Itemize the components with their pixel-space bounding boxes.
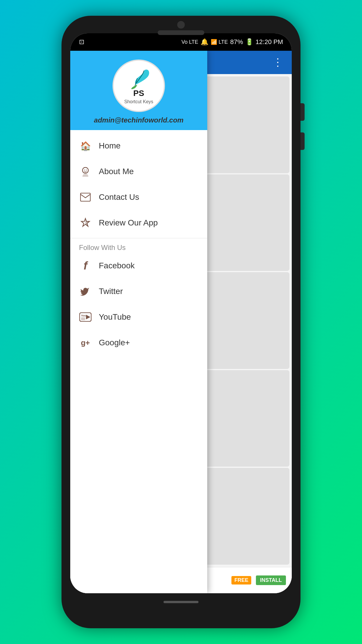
svg-rect-6: [81, 317, 85, 320]
nav-item-facebook[interactable]: f Facebook: [70, 253, 207, 279]
svg-rect-3: [80, 193, 90, 201]
star-icon: [79, 216, 92, 229]
nav-label-about: About Me: [99, 167, 134, 176]
svg-text:You: You: [81, 314, 86, 317]
nav-item-review[interactable]: Review Our App: [70, 210, 207, 236]
time: 12:20 PM: [256, 38, 283, 46]
person-icon: [79, 165, 92, 178]
youtube-icon: You: [79, 311, 92, 323]
svg-point-1: [84, 170, 85, 171]
status-bar: ⊡ Vo LTE 🔔 📶 LTE 87% 🔋 12:20 PM: [70, 33, 292, 51]
envelope-icon: [79, 191, 92, 204]
nav-label-twitter: Twitter: [99, 287, 123, 296]
status-right: Vo LTE 🔔 📶 LTE 87% 🔋 12:20 PM: [181, 38, 283, 46]
googleplus-icon: g+: [79, 336, 92, 349]
nav-item-googleplus[interactable]: g+ Google+: [70, 330, 207, 356]
ad-install-button[interactable]: INSTALL: [256, 575, 286, 585]
drawer-nav: 🏠 Home: [70, 130, 207, 593]
ad-free-badge: FREE: [231, 576, 251, 584]
app-logo: PS Shortcut Keys: [113, 60, 165, 112]
battery-percent: 87%: [230, 38, 243, 46]
facebook-icon: f: [79, 259, 92, 272]
drawer-header: PS Shortcut Keys admin@techinfoworld.com: [70, 51, 207, 130]
notification-icon: 🔔: [201, 38, 208, 46]
drawer-email: admin@techinfoworld.com: [94, 116, 183, 124]
nav-label-contact: Contact Us: [99, 192, 139, 202]
twitter-icon: [79, 285, 92, 298]
svg-point-2: [86, 170, 87, 171]
nav-label-googleplus: Google+: [99, 338, 130, 347]
battery-icon: 🔋: [245, 38, 253, 46]
nav-label-review: Review Our App: [99, 218, 158, 228]
feather-icon: [127, 67, 150, 90]
signal-text: Vo LTE: [181, 39, 198, 45]
signal-bars: 📶 LTE: [211, 39, 228, 45]
nav-label-facebook: Facebook: [99, 261, 135, 270]
status-left-icon: ⊡: [79, 38, 84, 46]
nav-item-twitter[interactable]: Twitter: [70, 279, 207, 304]
menu-dots-icon[interactable]: ⋮: [273, 56, 283, 69]
home-icon: 🏠: [79, 139, 92, 152]
divider: [70, 238, 207, 238]
logo-ps-text: PS: [133, 89, 144, 98]
nav-item-home[interactable]: 🏠 Home: [70, 133, 207, 159]
navigation-drawer: PS Shortcut Keys admin@techinfoworld.com…: [70, 51, 207, 593]
nav-label-home: Home: [99, 141, 121, 150]
logo-subtext: Shortcut Keys: [124, 99, 153, 104]
nav-item-contact[interactable]: Contact Us: [70, 184, 207, 210]
nav-label-youtube: YouTube: [99, 312, 131, 322]
home-indicator: [164, 601, 198, 603]
follow-section-header: Follow With Us: [70, 241, 207, 253]
nav-item-about[interactable]: About Me: [70, 159, 207, 184]
nav-item-youtube[interactable]: You YouTube: [70, 304, 207, 330]
